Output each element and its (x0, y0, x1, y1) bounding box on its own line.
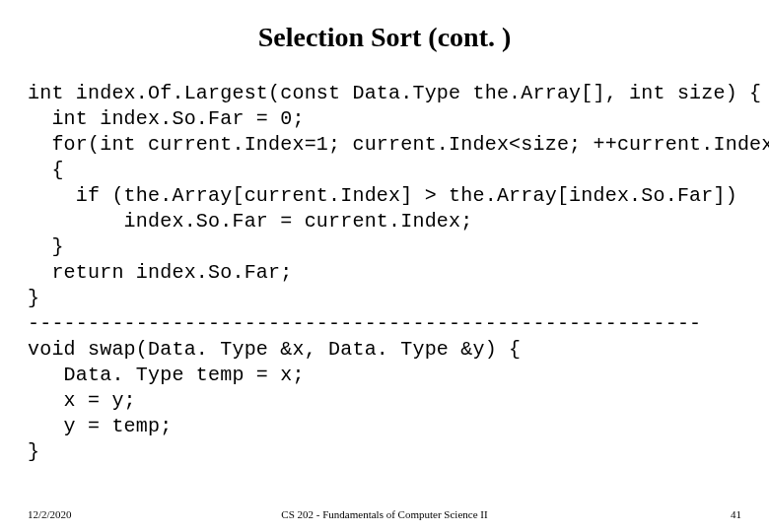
slide: Selection Sort (cont. ) int index.Of.Lar… (0, 0, 769, 532)
footer-page: 41 (731, 508, 741, 520)
slide-title: Selection Sort (cont. ) (28, 22, 741, 53)
footer-course: CS 202 - Fundamentals of Computer Scienc… (281, 508, 487, 520)
footer: 12/2/2020 CS 202 - Fundamentals of Compu… (0, 508, 769, 520)
footer-date: 12/2/2020 (28, 508, 72, 520)
code-block: int index.Of.Largest(const Data.Type the… (28, 81, 741, 465)
